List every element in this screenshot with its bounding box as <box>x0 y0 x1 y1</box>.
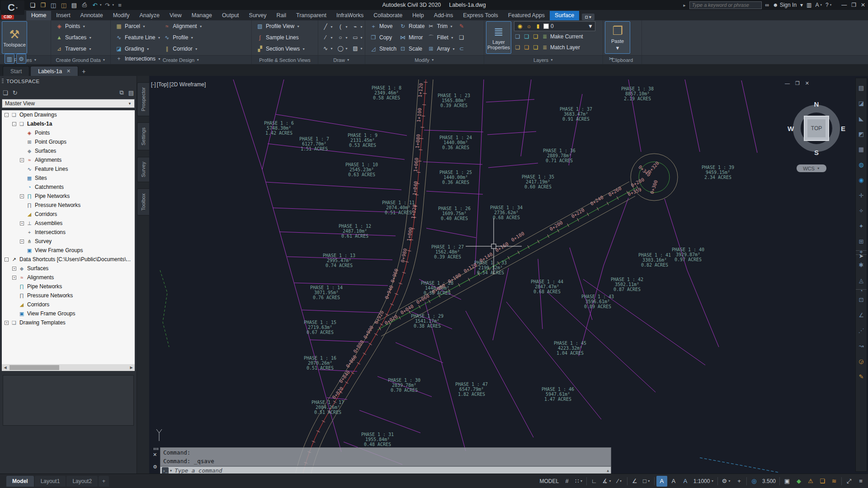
expand-icon[interactable]: + <box>20 158 24 162</box>
expand-icon[interactable]: + <box>12 276 16 280</box>
nav-tool-icon[interactable]: ▤ <box>856 80 867 95</box>
panel-label[interactable]: Create Ground Data▼ <box>51 56 111 64</box>
parcel-label[interactable]: PHASE 1 : 362889.78m²0.71 ACRES <box>543 148 576 163</box>
status-toggle[interactable]: ⚠ <box>805 476 816 487</box>
expand-icon[interactable]: + <box>20 221 24 225</box>
tool-icon[interactable]: ⌒ <box>427 34 434 41</box>
status-toggle[interactable]: □▼ <box>641 476 652 487</box>
layer-tool-icon[interactable]: ≣ <box>541 33 548 40</box>
list-view-icon[interactable]: ▤ <box>128 89 134 96</box>
nav-tool-icon[interactable]: ✛ <box>856 188 867 203</box>
dropdown-icon[interactable]: ▾ <box>800 2 803 8</box>
status-toggle[interactable]: ∟ <box>589 476 599 487</box>
undo-icon[interactable]: ↶ <box>90 1 99 9</box>
recent-commands-icon[interactable]: ▼ <box>170 469 172 473</box>
scrollbar-thumb[interactable] <box>9 365 59 370</box>
nav-tool-icon[interactable]: ◬ <box>856 272 867 288</box>
parcel-label[interactable]: PHASE 1 : 122487.10m²0.61 ACRES <box>339 224 371 239</box>
panel-label[interactable]: Layers▼ <box>484 56 603 64</box>
tool-icon[interactable]: ◿ <box>370 45 377 52</box>
draw-tool[interactable]: ⁄▼ <box>320 32 335 43</box>
qat-menu-icon[interactable]: ≡ <box>115 1 124 9</box>
parcel-label[interactable]: PHASE 1 : 399459.15m²2.34 ACRES <box>702 165 734 180</box>
parcel-label[interactable]: PHASE 1 : 231565.80m²0.39 ACRES <box>438 93 470 108</box>
tool-icon[interactable]: ∫ <box>256 34 264 41</box>
ribbon-tab-home[interactable]: Home <box>26 11 51 20</box>
tree-item-catchments[interactable]: +◔Catchments <box>2 183 135 192</box>
layer-tool-icon[interactable]: ❏ <box>514 44 521 51</box>
command-grip[interactable] <box>154 448 158 450</box>
drawing-canvas[interactable]: PHASE 1 : 82349.46m²0.58 ACRESPHASE 1 : … <box>149 76 856 474</box>
mini-tool[interactable]: ⊂ <box>458 44 465 54</box>
paste-button[interactable]: ❐Paste▼ <box>605 21 630 54</box>
ribbon-tab-collaborate[interactable]: Collaborate <box>368 11 407 20</box>
tool-icon[interactable]: ▨ <box>352 45 359 52</box>
parcel-label[interactable]: PHASE 1 : 352417.19m²0.60 ACRES <box>522 174 554 189</box>
ribbon-tab-analyze[interactable]: Analyze <box>134 11 164 20</box>
status-toggle[interactable]: ▣ <box>782 476 793 487</box>
item-view-icon[interactable]: ⧉ <box>119 89 123 96</box>
viewport-minimize-icon[interactable]: — <box>785 80 790 86</box>
nav-tool-icon[interactable]: ◍ <box>856 157 867 172</box>
layout-tab-layout2[interactable]: Layout2 <box>66 476 98 487</box>
chevron-down-icon[interactable]: ▼ <box>588 23 593 29</box>
tool-icon[interactable]: ▭ <box>352 34 359 41</box>
ribbon-button-copy[interactable]: ❐Copy <box>370 33 396 42</box>
collapse-icon[interactable]: - <box>5 258 9 262</box>
draw-tool[interactable]: ▨▼ <box>350 43 365 54</box>
expand-icon[interactable]: + <box>5 321 9 325</box>
status-toggle[interactable]: ∠ <box>629 476 640 487</box>
parcel-label[interactable]: PHASE 1 : 433596.61m²0.89 ACRES <box>581 294 614 309</box>
sign-in-button[interactable]: ☻Sign In <box>773 2 797 8</box>
model-viewport[interactable]: PHASE 1 : 82349.46m²0.58 ACRESPHASE 1 : … <box>149 76 868 474</box>
print-icon[interactable]: ⎙ <box>80 1 89 9</box>
viewport-control[interactable]: [-] <box>151 81 156 88</box>
tool-icon[interactable]: ▦ <box>115 23 123 30</box>
viewport-controls-label[interactable]: [-][Top][2D Wireframe] <box>151 81 207 88</box>
ribbon-tab-transparent[interactable]: Transparent <box>291 11 331 20</box>
layer-tool-label[interactable]: Make Current <box>550 33 583 40</box>
panel-label[interactable]: Modify▼ <box>365 56 484 64</box>
tree-item-points[interactable]: +◈Points <box>2 128 135 137</box>
ribbon-button-parcel[interactable]: ▦Parcel▼ <box>115 21 160 31</box>
parcel-label[interactable]: PHASE 1 : 132995.47m²0.74 ACRES <box>323 253 355 268</box>
tree-item-assemblies[interactable]: +⊥Assemblies <box>2 219 135 228</box>
ribbon-button-trim[interactable]: ✂Trim▼ <box>427 21 455 31</box>
tree-item-open-drawings[interactable]: -❏Open Drawings <box>2 110 135 119</box>
tree-item-alignments[interactable]: +≈Alignments <box>2 155 135 164</box>
tool-icon[interactable]: ∥ <box>163 45 170 52</box>
ribbon-button-rotate[interactable]: ↻Rotate <box>399 21 425 31</box>
ribbon-tab-annotate[interactable]: Annotate <box>75 11 108 20</box>
nav-tool-icon[interactable]: ⊡ <box>856 292 867 307</box>
ribbon-tab-help[interactable]: Help <box>407 11 429 20</box>
status-toggle[interactable]: ≡ <box>855 476 866 487</box>
open-folder-icon[interactable]: ❐ <box>38 1 47 9</box>
status-toggle[interactable]: A <box>668 476 679 487</box>
search-arrow-icon[interactable]: ▸ <box>683 3 685 8</box>
tool-icon[interactable]: ✂ <box>608 55 615 62</box>
nav-tool-icon[interactable]: ◩ <box>856 126 867 141</box>
layer-properties-button[interactable]: ≣Layer Properties <box>486 21 511 54</box>
tree-item-surfaces[interactable]: +◆Surfaces <box>2 146 135 155</box>
nav-tool-icon[interactable]: ◣ <box>856 111 867 126</box>
ribbon-button-intersections[interactable]: +Intersections▼ <box>115 54 162 64</box>
ribbon-button-move[interactable]: ＋Move <box>370 21 396 31</box>
tool-icon[interactable]: ❐ <box>370 34 377 41</box>
tool-icon[interactable]: ❑ <box>458 34 465 41</box>
help-icon[interactable]: ?▾ <box>826 2 831 8</box>
tool-icon[interactable]: ⊞ <box>427 45 434 52</box>
parcel-label[interactable]: PHASE 1 : 403929.87m²0.97 ACRES <box>672 247 704 262</box>
ribbon-button-sample-lines[interactable]: ∫Sample Lines <box>256 33 305 42</box>
plot-icon[interactable]: ▤ <box>70 1 79 9</box>
palette-grip[interactable] <box>2 79 4 84</box>
layout-tab-layout1[interactable]: Layout1 <box>35 476 66 487</box>
tree-item-surfaces[interactable]: +◆Surfaces <box>2 264 135 273</box>
layer-tool-icon[interactable]: ❏ <box>532 33 539 40</box>
draw-tool[interactable]: ◯▼ <box>335 43 350 54</box>
draw-tool[interactable]: ⌁▼ <box>350 21 365 32</box>
nav-tool-icon[interactable]: ◉ <box>856 172 867 188</box>
parcel-label[interactable]: PHASE 1 : 162070.26m²0.51 ACRES <box>304 356 336 371</box>
draw-tool[interactable]: ▭▼ <box>350 32 365 43</box>
mini-tool[interactable]: ❑ <box>458 33 465 42</box>
close-icon[interactable]: ✕ <box>66 68 71 74</box>
